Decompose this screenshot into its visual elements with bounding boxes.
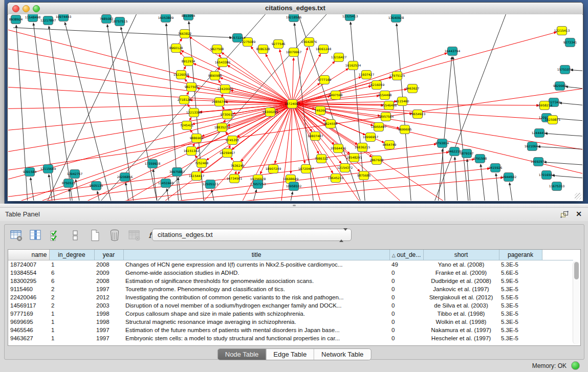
network-node[interactable]: 16210643 bbox=[525, 142, 540, 151]
row-stack-icon[interactable] bbox=[68, 228, 83, 243]
table-row[interactable]: 977716911998Corpus callosum shape and si… bbox=[8, 310, 573, 318]
table-cell[interactable]: 0 bbox=[389, 301, 423, 310]
table-cell[interactable]: 5.3E-5 bbox=[499, 301, 542, 310]
node-table-grid[interactable]: namein_degreeyeartitle△out_de...shortpag… bbox=[8, 250, 573, 342]
network-node[interactable]: 9745351 bbox=[226, 136, 239, 145]
table-row[interactable]: 1456911722003Disruption of a novel membe… bbox=[8, 301, 573, 310]
network-node[interactable]: 12213389 bbox=[186, 108, 202, 117]
network-node[interactable]: 16734561 bbox=[227, 174, 243, 183]
scrollbar-thumb[interactable] bbox=[574, 262, 579, 279]
table-row[interactable]: 946554611997Estimation of the future num… bbox=[8, 326, 573, 334]
table-cell[interactable]: 5.5E-5 bbox=[499, 293, 542, 301]
table-cell[interactable]: 5.9E-5 bbox=[499, 277, 542, 285]
table-cell[interactable]: Yano et al. (2008) bbox=[423, 260, 499, 269]
network-node[interactable]: 10996957 bbox=[363, 133, 379, 142]
network-node[interactable]: 7986322 bbox=[315, 155, 329, 163]
column-header-name[interactable]: name bbox=[8, 250, 49, 260]
table-scrollbar[interactable] bbox=[573, 261, 580, 344]
network-node[interactable]: 9827505 bbox=[185, 83, 199, 92]
table-cell[interactable]: 1998 bbox=[94, 310, 123, 318]
network-node[interactable]: 10807487 bbox=[308, 132, 323, 141]
table-cell[interactable]: 9115460 bbox=[8, 285, 49, 293]
table-cell[interactable]: 0 bbox=[389, 334, 423, 342]
network-node[interactable]: 12325413 bbox=[342, 14, 358, 21]
network-node[interactable]: 12444419 bbox=[532, 129, 548, 138]
tab-node-table[interactable]: Node Table bbox=[218, 349, 267, 360]
table-cell[interactable]: 1997 bbox=[94, 326, 123, 334]
table-cell[interactable]: Wolkin et al. (1998) bbox=[423, 318, 499, 326]
table-cell[interactable]: Changes of HCN gene expression and I(f) … bbox=[123, 260, 389, 269]
network-node[interactable]: 14955497 bbox=[371, 123, 387, 132]
network-node[interactable]: 13216427 bbox=[331, 53, 347, 62]
table-cell[interactable]: 0 bbox=[389, 310, 423, 318]
network-node[interactable]: 7485083 bbox=[100, 15, 114, 24]
network-node[interactable]: 11675310 bbox=[549, 182, 565, 191]
network-node[interactable]: 10944502 bbox=[501, 173, 517, 182]
network-node[interactable]: 7245421 bbox=[180, 121, 194, 130]
table-cell[interactable]: Jankovic et al. (1997) bbox=[423, 285, 499, 293]
network-node[interactable]: 8960128 bbox=[169, 44, 183, 53]
delete-icon[interactable] bbox=[107, 228, 122, 243]
network-node[interactable]: 9415926 bbox=[489, 164, 503, 172]
table-cell[interactable]: 9699695 bbox=[8, 318, 49, 326]
network-node[interactable]: 8454749 bbox=[383, 141, 397, 149]
checkbox-select-icon[interactable] bbox=[48, 228, 63, 243]
network-node[interactable]: 15642876 bbox=[301, 38, 317, 47]
network-node[interactable]: 18907249 bbox=[266, 165, 281, 173]
column-header-short[interactable]: short bbox=[423, 250, 499, 260]
network-node[interactable]: 18835274 bbox=[214, 123, 230, 132]
table-cell[interactable]: 1997 bbox=[94, 334, 123, 342]
table-cell[interactable]: Structural magnetic resonance image aver… bbox=[123, 318, 389, 326]
network-node[interactable]: 11548498 bbox=[25, 14, 41, 22]
table-cell[interactable]: Estimation of significance thresholds fo… bbox=[123, 277, 389, 285]
network-node[interactable]: 10079967 bbox=[286, 48, 302, 57]
network-node[interactable]: 9463627 bbox=[406, 84, 420, 93]
network-node[interactable]: 12505123 bbox=[203, 180, 219, 189]
network-node[interactable]: 8938924 bbox=[9, 15, 23, 24]
network-node[interactable]: 16443794 bbox=[445, 47, 461, 56]
table-cell[interactable]: Investigating the contribution of common… bbox=[123, 293, 389, 301]
table-cell[interactable]: 9777169 bbox=[8, 310, 49, 318]
network-node[interactable]: 18061248 bbox=[316, 45, 332, 54]
table-cell[interactable]: 2 bbox=[49, 285, 94, 293]
network-node[interactable]: 16162534 bbox=[345, 61, 361, 70]
network-node[interactable]: 9273341 bbox=[563, 38, 577, 47]
table-cell[interactable]: 0 bbox=[389, 277, 423, 285]
network-node[interactable]: 7663822 bbox=[178, 30, 192, 38]
column-header-year[interactable]: year bbox=[94, 250, 123, 260]
tab-network-table[interactable]: Network Table bbox=[314, 349, 371, 360]
network-node[interactable]: 11546498 bbox=[381, 101, 397, 110]
float-panel-icon[interactable] bbox=[560, 211, 569, 218]
network-node[interactable]: 5875685 bbox=[357, 171, 371, 180]
table-cell[interactable]: Hescheler et al. (1997) bbox=[423, 334, 499, 342]
table-row[interactable]: 1938455462009Genome-wide association stu… bbox=[8, 269, 573, 277]
table-cell[interactable]: Estimation of the future numbers of pati… bbox=[123, 326, 389, 334]
network-node[interactable]: 9890988 bbox=[208, 72, 222, 80]
network-node[interactable]: 7252468 bbox=[195, 159, 209, 168]
network-node[interactable]: 12217897 bbox=[40, 16, 56, 25]
table-cell[interactable]: 0 bbox=[389, 326, 423, 334]
table-cell[interactable]: Franke et al. (2009) bbox=[423, 269, 499, 277]
table-cell[interactable]: de Silva et al. (2003) bbox=[423, 301, 499, 310]
network-node[interactable]: 9115460 bbox=[396, 97, 409, 106]
network-node[interactable]: 8750511 bbox=[62, 179, 76, 188]
column-header-pagerank[interactable]: pagerank bbox=[499, 250, 542, 260]
table-row[interactable]: 1830029562008Estimation of significance … bbox=[8, 277, 573, 285]
table-row[interactable]: 2242004622012Investigating the contribut… bbox=[8, 293, 573, 301]
network-node[interactable]: 746266 bbox=[315, 106, 326, 115]
table-cell[interactable]: Disruption of a novel member of a sodium… bbox=[123, 301, 389, 310]
network-node[interactable]: 17975125 bbox=[389, 72, 405, 80]
network-node[interactable]: 6497598 bbox=[329, 91, 343, 100]
table-cell[interactable]: 9465546 bbox=[8, 326, 49, 334]
column-header-in_degree[interactable]: in_degree bbox=[49, 250, 94, 260]
table-cell[interactable]: 5.3E-5 bbox=[499, 334, 542, 342]
table-cell[interactable]: 1998 bbox=[94, 318, 123, 326]
table-cell[interactable]: 1997 bbox=[94, 285, 123, 293]
network-node[interactable]: 9391584 bbox=[23, 168, 37, 177]
network-node[interactable]: 16720407 bbox=[298, 165, 314, 173]
table-cell[interactable]: 1 bbox=[49, 334, 94, 342]
table-cell[interactable]: 18724007 bbox=[8, 260, 49, 269]
network-node[interactable]: 9829960 bbox=[553, 82, 567, 91]
network-node[interactable]: 16216059 bbox=[369, 81, 385, 90]
table-cell[interactable]: Tourette syndrome. Phenomenology and cla… bbox=[123, 285, 389, 293]
